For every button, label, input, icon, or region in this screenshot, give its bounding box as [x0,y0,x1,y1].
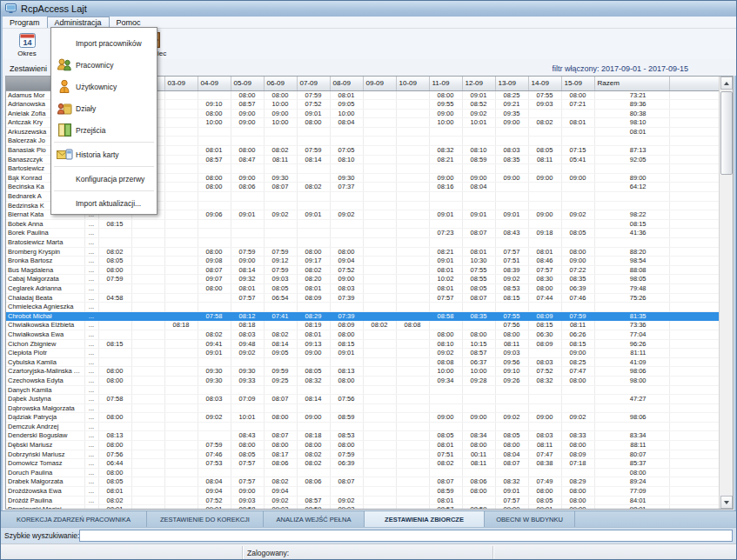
time-cell[interactable] [330,385,363,395]
time-cell[interactable]: 08:15 [528,321,561,330]
table-row[interactable]: Bromberg Kryspin...08:0208:0007:5907:590… [6,247,720,257]
time-cell[interactable]: 08:03 [528,431,561,441]
time-cell[interactable]: 09:00 [330,275,363,284]
table-row[interactable]: Ceglarek Adrianna...08:0008:0108:0508:01… [6,283,720,293]
time-cell[interactable]: 07:09 [231,395,264,404]
time-cell[interactable] [462,192,495,202]
row-detail-button[interactable]: ... [84,477,98,487]
row-detail-button[interactable]: ... [84,339,98,349]
time-cell[interactable] [164,496,198,505]
time-cell[interactable] [231,164,264,174]
time-cell[interactable] [231,192,264,202]
time-cell[interactable] [264,238,297,248]
time-cell[interactable] [164,431,198,441]
time-cell[interactable] [462,385,495,395]
time-cell[interactable]: 08:43 [495,229,528,238]
time-cell[interactable]: 08:55 [462,275,495,284]
time-cell[interactable] [495,403,528,413]
time-cell[interactable] [495,422,528,431]
row-detail-button[interactable]: ... [84,403,98,413]
time-cell[interactable]: 10:00 [198,118,231,128]
row-detail-button[interactable]: ... [84,441,98,450]
time-cell[interactable] [131,265,164,275]
row-detail-button[interactable]: ... [84,303,98,312]
time-cell[interactable]: 07:58 [98,395,131,404]
time-cell[interactable] [429,219,462,229]
time-cell[interactable]: 08:02 [363,321,396,330]
employee-name-cell[interactable]: Ciepłota Piotr [6,349,84,358]
time-cell[interactable]: 08:00 [198,283,231,293]
time-cell[interactable]: 09:30 [264,173,297,183]
column-header-date-08-09[interactable]: 08-09 [330,77,363,90]
time-cell[interactable]: 08:57 [297,496,330,505]
time-cell[interactable] [131,357,164,367]
time-cell[interactable]: 08:02 [297,183,330,192]
time-cell[interactable] [396,367,429,377]
time-cell[interactable] [363,164,396,174]
time-cell[interactable] [330,487,363,497]
time-cell[interactable] [561,127,594,137]
time-cell[interactable]: 08:01 [98,505,131,510]
time-cell[interactable] [429,422,462,431]
table-row[interactable]: Borek Paulina...07:2308:0708:4309:1808:0… [6,229,720,238]
time-cell[interactable] [131,330,164,339]
time-cell[interactable] [396,311,429,321]
time-cell[interactable] [164,293,198,303]
time-cell[interactable]: 08:05 [98,257,131,266]
time-cell[interactable] [231,137,264,146]
employee-name-cell[interactable]: Dąbrowska Małgorzata [6,403,84,413]
time-cell[interactable]: 08:00 [330,247,363,257]
time-cell[interactable]: 08:18 [297,431,330,441]
time-cell[interactable]: 10:00 [264,100,297,110]
time-cell[interactable] [330,219,363,229]
time-cell[interactable]: 08:00 [330,376,363,385]
time-cell[interactable]: 06:26 [561,330,594,339]
time-cell[interactable] [164,395,198,404]
time-cell[interactable]: 06:37 [462,357,495,367]
time-cell[interactable] [363,210,396,220]
time-cell[interactable] [264,468,297,477]
table-row[interactable]: Cabaj Małgorzata...07:5909:0709:3209:030… [6,275,720,284]
time-cell[interactable] [131,311,164,321]
time-cell[interactable]: 08:00 [330,441,363,450]
time-cell[interactable]: 09:03 [528,100,561,110]
time-cell[interactable] [528,303,561,312]
time-cell[interactable]: 07:52 [330,265,363,275]
time-cell[interactable]: 10:01 [231,413,264,423]
table-row[interactable]: Dąbrowska Małgorzata... [6,403,720,413]
time-cell[interactable] [396,155,429,164]
time-cell[interactable]: 10:00 [429,367,462,377]
table-row[interactable]: Bratosiewicz Marta... [6,238,720,248]
time-cell[interactable]: 08:12 [231,311,264,321]
time-cell[interactable] [528,395,561,404]
employee-name-cell[interactable]: Dróżdż Paulina [6,496,84,505]
time-cell[interactable]: 10:00 [429,118,462,128]
time-cell[interactable]: 08:02 [297,459,330,469]
time-cell[interactable] [164,127,198,137]
time-cell[interactable]: 09:01 [462,210,495,220]
time-cell[interactable] [297,192,330,202]
time-cell[interactable]: 08:04 [495,450,528,459]
time-cell[interactable]: 06:54 [264,293,297,303]
column-header-date-07-09[interactable]: 07-09 [297,77,330,90]
time-cell[interactable]: 09:05 [330,100,363,110]
time-cell[interactable]: 07:55 [495,311,528,321]
time-cell[interactable]: 08:10 [330,155,363,164]
time-cell[interactable] [363,367,396,377]
footer-tab-4[interactable]: ZESTAWIENIA ZBIORCZE [365,511,485,527]
time-cell[interactable] [264,403,297,413]
footer-tab-5[interactable]: OBECNI W BUDYNKU [485,511,575,527]
time-cell[interactable] [131,349,164,358]
employee-name-cell[interactable]: Drwalewski Maciej [6,505,84,510]
table-row[interactable]: Czechowska Edyta...08:0009:3009:3309:250… [6,376,720,385]
time-cell[interactable] [198,293,231,303]
employee-name-cell[interactable]: Bratosiewicz Marta [6,238,84,248]
time-cell[interactable] [164,303,198,312]
time-cell[interactable] [561,137,594,146]
time-cell[interactable]: 09:00 [528,413,561,423]
time-cell[interactable] [495,238,528,248]
time-cell[interactable] [231,422,264,431]
time-cell[interactable] [297,468,330,477]
employee-name-cell[interactable]: Chrobot Michał [6,311,84,321]
time-cell[interactable]: 08:58 [429,311,462,321]
